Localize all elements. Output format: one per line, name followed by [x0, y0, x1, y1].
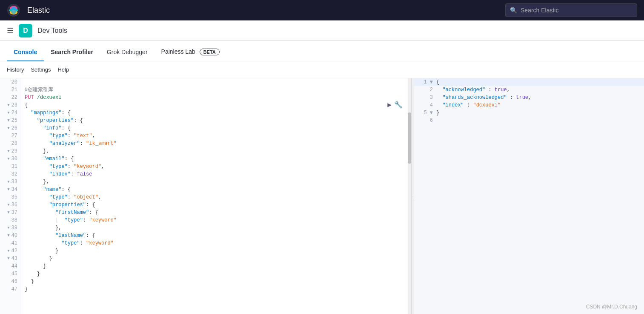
code-line-22: PUT /dcxuexi [21, 94, 411, 101]
output-line-number-3: 3 [416, 94, 433, 101]
search-placeholder: Search Elastic [521, 7, 558, 14]
code-line-21: #创建索引库 [21, 86, 411, 94]
scrollbar-thumb[interactable] [408, 112, 411, 164]
output-line-4: 4 "index" : "dcxuexi" [414, 101, 644, 109]
code-line-27: "type": "text", [21, 132, 411, 140]
action-icons: ▶ 🔧 [387, 101, 403, 109]
line-number-45: 45 [0, 270, 21, 278]
code-line-44: } [21, 262, 411, 270]
line-number-21: 21 [0, 86, 21, 94]
code-line-36: "properties": { [21, 201, 411, 209]
output-line-6: 6 [414, 117, 644, 124]
line-number-33: ▼33 [0, 178, 21, 186]
copy-query-icon[interactable]: 🔧 [394, 101, 403, 109]
line-number-43: ▼43 [0, 255, 21, 262]
code-line-39: }, [21, 224, 411, 232]
code-editor-content[interactable]: #创建索引库 PUT /dcxuexi { "mappings": { "pro… [21, 78, 411, 314]
line-number-36: ▼36 [0, 201, 21, 209]
global-search-bar[interactable]: 🔍 Search Elastic [505, 3, 637, 17]
tabs-bar: Console Search Profiler Grok Debugger Pa… [0, 41, 644, 61]
app-header: ☰ D Dev Tools [0, 20, 644, 41]
code-line-42: } [21, 247, 411, 255]
line-number-32: 32 [0, 170, 21, 178]
editor-toolbar: History Settings Help [0, 61, 644, 78]
code-line-34: "name": { [21, 186, 411, 193]
line-number-37: ▼37 [0, 209, 21, 216]
devtools-app-icon: D [19, 24, 32, 37]
line-number-39: ▼39 [0, 224, 21, 232]
output-line-number-6: 6 [416, 117, 433, 124]
line-number-29: ▼29 [0, 147, 21, 155]
search-icon: 🔍 [510, 7, 517, 14]
svg-point-4 [11, 6, 17, 14]
code-line-26: "info": { [21, 124, 411, 132]
line-number-40: ▼40 [0, 232, 21, 239]
code-line-28: "analyzer": "ik_smart" [21, 140, 411, 147]
code-line-41: "type": "keyword" [21, 239, 411, 247]
output-line-number-5: 5 ▼ [416, 109, 433, 117]
run-query-icon[interactable]: ▶ [387, 101, 392, 109]
output-panel: 1 ▼ { 2 "acknowledged" : true, 3 "shards… [414, 78, 644, 314]
code-line-40: "lastName": { [21, 232, 411, 239]
editor-area: 20 21 22 ▼23 ▼24 ▼25 ▼26 27 28 ▼29 ▼30 3… [0, 78, 644, 314]
line-number-34: ▼34 [0, 186, 21, 193]
tab-search-profiler[interactable]: Search Profiler [44, 43, 100, 61]
output-line-number-1: 1 ▼ [416, 78, 433, 86]
line-number-23: ▼23 [0, 101, 21, 109]
code-line-31: "type": "keyword", [21, 163, 411, 170]
code-line-33: }, [21, 178, 411, 186]
code-editor-panel: 20 21 22 ▼23 ▼24 ▼25 ▼26 27 28 ▼29 ▼30 3… [0, 78, 412, 314]
tab-grok-debugger[interactable]: Grok Debugger [100, 43, 155, 61]
line-numbers: 20 21 22 ▼23 ▼24 ▼25 ▼26 27 28 ▼29 ▼30 3… [0, 78, 21, 314]
line-number-22: 22 [0, 94, 21, 101]
code-line-47: } [21, 285, 411, 293]
devtools-title: Dev Tools [37, 27, 67, 35]
beta-badge: BETA [200, 49, 220, 55]
line-number-41: 41 [0, 239, 21, 247]
tab-painless-lab[interactable]: Painless Lab BETA [155, 43, 226, 61]
elastic-logo [7, 3, 20, 17]
menu-toggle-button[interactable]: ☰ [7, 26, 14, 35]
watermark: CSDN @Mr.D.Chuang [586, 304, 637, 310]
line-number-35: 35 [0, 193, 21, 201]
help-button[interactable]: Help [57, 65, 69, 75]
output-line-3: 3 "shards_acknowledged" : true, [414, 94, 644, 101]
code-line-20 [21, 78, 411, 86]
line-number-30: ▼30 [0, 155, 21, 163]
code-line-24: "mappings": { [21, 109, 411, 117]
output-line-1: 1 ▼ { [414, 78, 644, 86]
line-number-44: 44 [0, 262, 21, 270]
code-line-29: }, [21, 147, 411, 155]
line-number-47: 47 [0, 285, 21, 293]
history-button[interactable]: History [7, 65, 24, 75]
line-number-27: 27 [0, 132, 21, 140]
code-line-32: "index": false [21, 170, 411, 178]
line-number-25: ▼25 [0, 117, 21, 124]
line-number-24: ▼24 [0, 109, 21, 117]
vertical-scrollbar[interactable] [408, 78, 411, 314]
settings-button[interactable]: Settings [31, 65, 51, 75]
line-number-46: 46 [0, 278, 21, 285]
output-line-number-2: 2 [416, 86, 433, 94]
line-number-20: 20 [0, 78, 21, 86]
line-number-26: ▼26 [0, 124, 21, 132]
code-line-43: } [21, 255, 411, 262]
code-line-25: "properties": { [21, 117, 411, 124]
line-number-28: 28 [0, 140, 21, 147]
app-brand-title: Elastic [27, 6, 498, 15]
code-line-38: | "type": "keyword" [21, 216, 411, 224]
line-number-38: 38 [0, 216, 21, 224]
line-number-31: 31 [0, 163, 21, 170]
tab-console[interactable]: Console [7, 43, 44, 61]
code-line-45: } [21, 270, 411, 278]
code-line-37: "firstName": { [21, 209, 411, 216]
output-line-number-4: 4 [416, 101, 433, 109]
code-line-23: { [21, 101, 411, 109]
line-number-42: ▼42 [0, 247, 21, 255]
code-line-30: "email": { [21, 155, 411, 163]
output-line-5: 5 ▼ } [414, 109, 644, 117]
top-navigation: Elastic 🔍 Search Elastic [0, 0, 644, 20]
output-line-2: 2 "acknowledged" : true, [414, 86, 644, 94]
code-line-35: "type": "object", [21, 193, 411, 201]
code-line-46: } [21, 278, 411, 285]
